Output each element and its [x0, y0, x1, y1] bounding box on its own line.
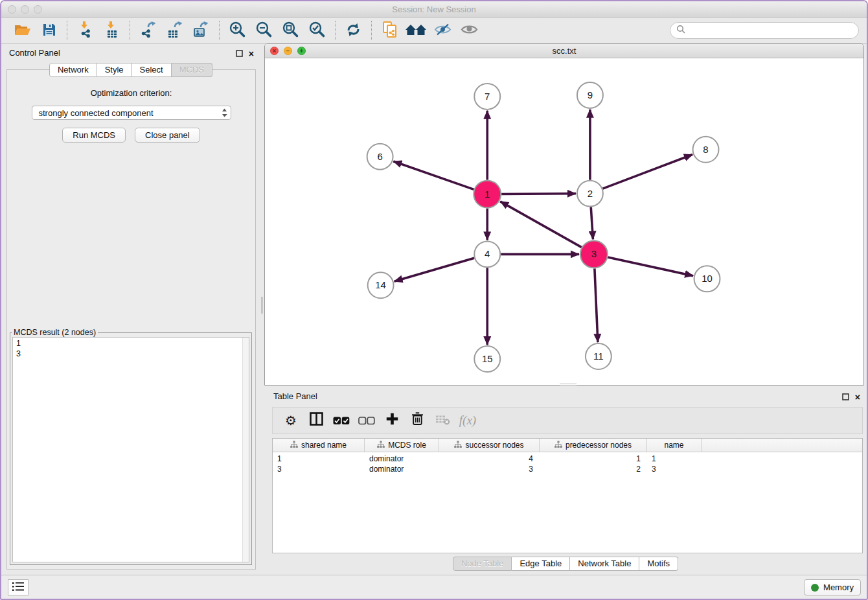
toolbar-refresh-button[interactable]	[340, 19, 367, 41]
delete-column-button[interactable]	[405, 409, 429, 432]
search-input[interactable]	[689, 25, 852, 36]
toolbar-export-image-button[interactable]	[188, 19, 214, 41]
graph-node-9[interactable]: 9	[577, 82, 603, 108]
network-close-button[interactable]: ×	[270, 47, 279, 55]
table-settings-button[interactable]: ⚙	[279, 409, 303, 432]
toolbar-home-button[interactable]	[403, 19, 429, 41]
graph-node-7[interactable]: 7	[474, 84, 500, 110]
table-cell: 4	[439, 454, 540, 463]
graph-edge-3-1[interactable]	[500, 202, 582, 248]
mcds-panel: Optimization criterion: strongly connect…	[6, 69, 256, 570]
toolbar-zoom-selected-button[interactable]	[304, 19, 330, 41]
select-all-button[interactable]	[330, 409, 353, 432]
zoom-window-button[interactable]	[34, 5, 42, 14]
node-label: 8	[703, 144, 708, 155]
graph-edge-3-11[interactable]	[595, 268, 598, 342]
network-minimize-button[interactable]: −	[284, 47, 292, 55]
graph-node-15[interactable]: 15	[474, 346, 500, 372]
table-panel: Table Panel × ⚙f(x) shared nameMCDS role…	[264, 387, 867, 575]
tab-network[interactable]: Network	[49, 63, 97, 77]
table-row[interactable]: 3dominator323	[273, 464, 862, 474]
main-area: Control Panel × NetworkStyleSelectMCDS O…	[1, 44, 867, 575]
node-label: 7	[485, 91, 490, 102]
deselect-all-button[interactable]	[355, 409, 378, 432]
graph-node-1[interactable]: 1	[474, 181, 501, 208]
toolbar-import-network-button[interactable]	[72, 19, 98, 41]
export-network-icon	[141, 21, 156, 40]
toolbar-zoom-out-button[interactable]	[251, 19, 277, 41]
network-zoom-button[interactable]: +	[297, 47, 306, 55]
graph-node-11[interactable]: 11	[586, 343, 611, 369]
toolbar-zoom-fit-button[interactable]	[277, 19, 304, 41]
toolbar-export-network-button[interactable]	[135, 19, 161, 41]
graph-edge-1-2[interactable]	[501, 194, 576, 194]
toolbar-import-table-button[interactable]	[98, 19, 125, 41]
close-window-button[interactable]	[8, 5, 16, 14]
tab-select[interactable]: Select	[132, 63, 172, 77]
graph-node-3[interactable]: 3	[580, 240, 608, 268]
float-table-panel-icon[interactable]	[842, 391, 849, 403]
criterion-dropdown[interactable]: strongly connected component	[32, 106, 231, 120]
column-label: shared name	[301, 441, 347, 450]
graph-edge-2-3[interactable]	[591, 207, 593, 240]
tab-node-table[interactable]: Node Table	[453, 557, 512, 571]
graph-node-2[interactable]: 2	[577, 181, 603, 207]
table-cell: 1	[540, 454, 647, 463]
minimize-window-button[interactable]	[21, 5, 29, 14]
toolbar-save-session-button[interactable]	[36, 19, 62, 41]
toolbar-hide-selected-button[interactable]	[429, 19, 456, 41]
app-window: Session: New Session Control Panel × Net…	[0, 0, 868, 600]
graph-edge-3-10[interactable]	[608, 257, 693, 276]
close-panel-button[interactable]: Close panel	[135, 128, 200, 143]
tab-edge-table[interactable]: Edge Table	[512, 557, 570, 571]
graph-node-14[interactable]: 14	[368, 272, 394, 298]
vertical-splitter-handle[interactable]	[261, 297, 263, 314]
column-header-successor-nodes[interactable]: successor nodes	[439, 439, 540, 452]
column-layout-button[interactable]	[304, 409, 328, 432]
toolbar-copy-network-button[interactable]	[376, 19, 403, 41]
graph-edge-2-8[interactable]	[603, 155, 693, 189]
graph-node-8[interactable]: 8	[693, 137, 719, 163]
close-table-panel-icon[interactable]: ×	[855, 393, 860, 401]
tab-network-table[interactable]: Network Table	[570, 557, 639, 571]
graph-canvas[interactable]: 1234678910111415	[265, 59, 863, 385]
table-header-row: shared nameMCDS rolesuccessor nodesprede…	[273, 439, 862, 452]
show-all-icon	[461, 23, 478, 38]
horizontal-splitter-handle[interactable]	[560, 384, 577, 386]
graph-edge-1-6[interactable]	[393, 161, 474, 189]
graph-node-6[interactable]: 6	[367, 144, 393, 170]
toolbar-separator	[67, 21, 67, 40]
toolbar-export-table-button[interactable]	[161, 19, 188, 41]
delete-table-icon	[435, 413, 450, 428]
function-icon: f(x)	[459, 413, 476, 428]
table-row[interactable]: 1dominator411	[273, 454, 862, 464]
delete-table-button	[431, 409, 454, 432]
tab-mcds[interactable]: MCDS	[172, 63, 212, 77]
memory-button[interactable]: Memory	[804, 579, 861, 595]
result-scrollbar[interactable]	[242, 338, 249, 562]
table-toolbar: ⚙f(x)	[272, 407, 863, 434]
tab-style[interactable]: Style	[97, 63, 132, 77]
run-mcds-button[interactable]: Run MCDS	[62, 128, 126, 143]
search-icon	[676, 25, 685, 36]
table-settings-icon: ⚙	[285, 413, 297, 428]
task-history-button[interactable]	[8, 579, 29, 595]
close-panel-icon[interactable]: ×	[249, 50, 254, 58]
deselect-all-icon	[358, 413, 375, 428]
graph-node-10[interactable]: 10	[694, 266, 720, 292]
add-column-button[interactable]	[380, 409, 404, 432]
node-label: 11	[593, 351, 604, 362]
column-header-mcds-role[interactable]: MCDS role	[365, 439, 439, 452]
toolbar-show-all-button[interactable]	[456, 19, 483, 41]
toolbar-zoom-in-button[interactable]	[224, 19, 251, 41]
column-header-predecessor-nodes[interactable]: predecessor nodes	[540, 439, 647, 452]
column-header-name[interactable]: name	[647, 439, 702, 452]
column-header-shared-name[interactable]: shared name	[273, 439, 365, 452]
toolbar-open-session-button[interactable]	[9, 19, 36, 41]
graph-edge-4-14[interactable]	[394, 258, 474, 281]
float-panel-icon[interactable]	[236, 48, 243, 60]
tab-motifs[interactable]: Motifs	[639, 557, 678, 571]
graph-node-4[interactable]: 4	[474, 241, 500, 267]
zoom-in-icon	[229, 21, 246, 40]
mcds-result-box[interactable]: 13	[12, 337, 249, 562]
